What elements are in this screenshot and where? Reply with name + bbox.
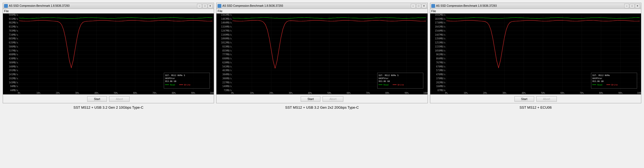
panel-label-1: SST MS12 + USB 3.2 Gen 2 10Gbps Type-C: [73, 105, 143, 109]
svg-text:100%: 100%: [637, 92, 641, 94]
svg-text:SST- MS12 NVMe S: SST- MS12 NVMe S: [165, 74, 185, 77]
svg-text:1544MB/s: 1544MB/s: [435, 29, 446, 32]
svg-text:20%: 20%: [483, 92, 487, 94]
svg-text:980MB/s: 980MB/s: [9, 13, 18, 16]
title-buttons: ─□✕: [411, 4, 426, 8]
svg-text:Write: Write: [184, 84, 191, 86]
window-2: AS SSD Compression-Benchmark 1.8.5636.37…: [216, 3, 428, 103]
svg-text:933MB/s: 933MB/s: [222, 45, 232, 48]
svg-text:586MB/s: 586MB/s: [9, 45, 18, 48]
svg-text:100%: 100%: [210, 92, 214, 94]
chart-svg-1: 980MB/s931MB/s882MB/s832MB/s783MB/s734MB…: [3, 13, 214, 94]
abort-button[interactable]: Abort: [109, 96, 130, 102]
svg-text:734MB/s: 734MB/s: [9, 33, 18, 36]
svg-text:30%: 30%: [75, 92, 79, 94]
abort-button[interactable]: Abort: [536, 96, 557, 102]
svg-text:1404MB/s: 1404MB/s: [221, 22, 232, 24]
start-button[interactable]: Start: [514, 96, 534, 102]
svg-text:620MB/s: 620MB/s: [222, 61, 232, 64]
svg-text:961MB/s: 961MB/s: [436, 53, 446, 56]
maximize-button[interactable]: □: [416, 4, 421, 8]
svg-text:573MB/s: 573MB/s: [436, 69, 446, 72]
title-buttons: ─□✕: [624, 4, 640, 8]
minimize-button[interactable]: ─: [624, 4, 629, 8]
svg-text:1932MB/s: 1932MB/s: [435, 13, 446, 16]
svg-text:340MB/s: 340MB/s: [9, 65, 18, 68]
title-bar-1: AS SSD Compression-Benchmark 1.8.5636.37…: [3, 3, 214, 9]
svg-text:50%: 50%: [114, 92, 118, 94]
svg-text:Read: Read: [597, 84, 602, 86]
svg-text:1326MB/s: 1326MB/s: [221, 25, 232, 28]
menu-bar-2[interactable]: File: [216, 9, 427, 13]
svg-text:0%: 0%: [18, 92, 21, 94]
svg-text:Read: Read: [170, 84, 175, 86]
close-button[interactable]: ✕: [635, 4, 640, 8]
footer-3: StartAbort: [430, 94, 641, 103]
title-text-3: AS SSD Compression-Benchmark 1.8.5636.37…: [431, 4, 497, 8]
svg-text:70%: 70%: [152, 92, 157, 94]
svg-text:463MB/s: 463MB/s: [222, 69, 232, 72]
svg-text:Write: Write: [611, 84, 618, 86]
svg-text:1090MB/s: 1090MB/s: [221, 37, 232, 40]
svg-text:Write: Write: [398, 84, 404, 86]
svg-text:71MB/s: 71MB/s: [224, 89, 232, 92]
maximize-button[interactable]: □: [202, 4, 207, 8]
svg-text:855MB/s: 855MB/s: [222, 49, 232, 52]
svg-text:149MB/s: 149MB/s: [222, 85, 232, 88]
menu-bar-1[interactable]: File: [3, 9, 214, 13]
svg-text:777MB/s: 777MB/s: [222, 53, 232, 56]
svg-text:50%: 50%: [541, 92, 545, 94]
svg-text:60%: 60%: [347, 92, 351, 94]
chart-area-1: 980MB/s931MB/s882MB/s832MB/s783MB/s734MB…: [3, 13, 214, 94]
title-text-2: AS SSD Compression-Benchmark 1.8.5636.37…: [218, 4, 283, 8]
svg-text:306MB/s: 306MB/s: [222, 77, 232, 80]
svg-text:1253MB/s: 1253MB/s: [435, 41, 446, 44]
panel-label-3: SST MS12 + ECU06: [520, 105, 552, 109]
minimize-button[interactable]: ─: [411, 4, 416, 8]
svg-text:10%: 10%: [464, 92, 468, 94]
maximize-button[interactable]: □: [630, 4, 635, 8]
panel-wrapper-2: AS SSD Compression-Benchmark 1.8.5636.37…: [216, 3, 428, 109]
svg-text:1247MB/s: 1247MB/s: [221, 29, 232, 32]
svg-text:438MB/s: 438MB/s: [9, 57, 18, 60]
svg-text:291MB/s: 291MB/s: [9, 69, 18, 72]
close-button[interactable]: ✕: [422, 4, 426, 8]
title-text-1: AS SSD Compression-Benchmark 1.8.5636.37…: [4, 4, 70, 8]
svg-text:476MB/s: 476MB/s: [436, 73, 446, 76]
window-1: AS SSD Compression-Benchmark 1.8.5636.37…: [3, 3, 214, 103]
svg-text:UASPStor: UASPStor: [379, 77, 389, 80]
svg-text:90%: 90%: [618, 92, 622, 94]
svg-text:70%: 70%: [579, 92, 584, 94]
svg-text:1483MB/s: 1483MB/s: [221, 18, 232, 20]
menu-bar-3[interactable]: File: [430, 9, 641, 13]
svg-text:783MB/s: 783MB/s: [9, 29, 18, 32]
svg-text:1835MB/s: 1835MB/s: [435, 18, 446, 20]
svg-text:94MB/s: 94MB/s: [10, 85, 18, 88]
svg-text:698MB/s: 698MB/s: [222, 57, 232, 60]
svg-text:227MB/s: 227MB/s: [222, 81, 232, 84]
close-button[interactable]: ✕: [208, 4, 213, 8]
svg-text:635MB/s: 635MB/s: [9, 41, 18, 44]
start-button[interactable]: Start: [301, 96, 320, 102]
svg-text:SST- MS12 NVMe: SST- MS12 NVMe: [592, 74, 610, 77]
start-button[interactable]: Start: [87, 96, 107, 102]
svg-text:1738MB/s: 1738MB/s: [435, 22, 446, 24]
svg-text:0%: 0%: [445, 92, 448, 94]
svg-text:10%: 10%: [250, 92, 254, 94]
svg-text:1012MB/s: 1012MB/s: [221, 41, 232, 44]
chart-svg-2: 1561MB/s1483MB/s1404MB/s1326MB/s1247MB/s…: [216, 13, 427, 94]
chart-svg-3: 1932MB/s1835MB/s1738MB/s1641MB/s1544MB/s…: [430, 13, 641, 94]
svg-text:100%: 100%: [423, 92, 428, 94]
svg-text:379MB/s: 379MB/s: [436, 77, 446, 80]
svg-text:UASPStor: UASPStor: [165, 77, 175, 80]
svg-text:90%: 90%: [405, 92, 409, 94]
abort-button[interactable]: Abort: [323, 96, 343, 102]
svg-text:767MB/s: 767MB/s: [436, 61, 446, 64]
svg-text:192MB/s: 192MB/s: [9, 77, 18, 80]
svg-text:60%: 60%: [133, 92, 137, 94]
svg-text:30%: 30%: [502, 92, 506, 94]
svg-text:90%: 90%: [191, 92, 195, 94]
svg-text:882MB/s: 882MB/s: [9, 22, 18, 24]
minimize-button[interactable]: ─: [197, 4, 202, 8]
svg-text:44MB/s: 44MB/s: [10, 89, 18, 92]
